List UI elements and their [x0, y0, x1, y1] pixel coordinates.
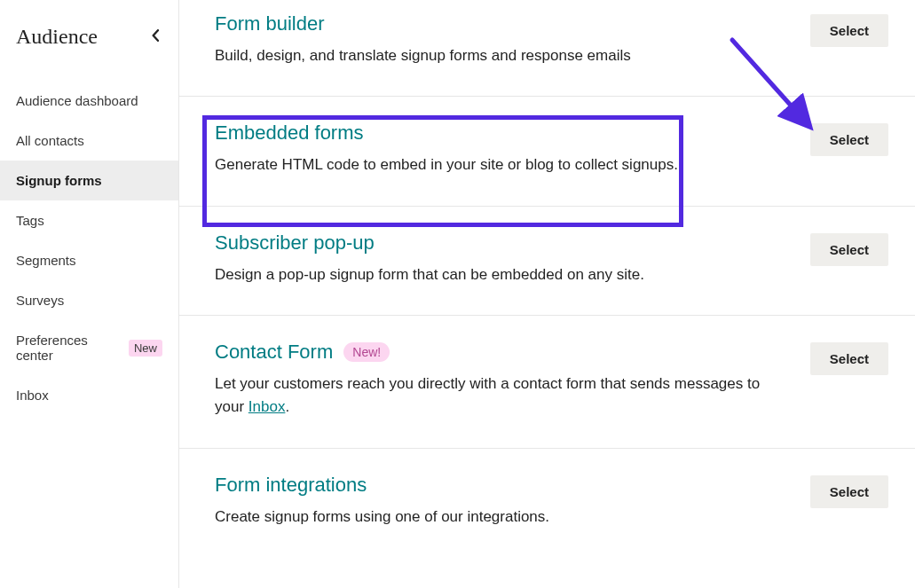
- option-desc: Create signup forms using one of our int…: [215, 506, 765, 529]
- sidebar: Audience Audience dashboard All contacts…: [0, 0, 179, 588]
- sidebar-item-label: Audience dashboard: [16, 93, 138, 108]
- select-button-embedded-forms[interactable]: Select: [810, 123, 888, 156]
- sidebar-item-label: All contacts: [16, 133, 84, 148]
- sidebar-item-preferences-center[interactable]: Preferences center New: [0, 320, 178, 375]
- sidebar-item-tags[interactable]: Tags: [0, 200, 178, 240]
- sidebar-item-label: Inbox: [16, 388, 49, 403]
- option-title-text: Embedded forms: [215, 122, 364, 145]
- sidebar-item-all-contacts[interactable]: All contacts: [0, 121, 178, 161]
- sidebar-item-inbox[interactable]: Inbox: [0, 375, 178, 415]
- option-title-text: Form integrations: [215, 474, 367, 497]
- option-form-builder: Form builder Build, design, and translat…: [179, 0, 915, 97]
- option-embedded-forms: Embedded forms Generate HTML code to emb…: [179, 97, 915, 206]
- main-content: Form builder Build, design, and translat…: [179, 0, 915, 588]
- option-title[interactable]: Contact Form New!: [215, 341, 390, 364]
- collapse-sidebar-button[interactable]: [148, 27, 162, 46]
- sidebar-item-signup-forms[interactable]: Signup forms: [0, 161, 178, 200]
- sidebar-item-label: Tags: [16, 213, 44, 228]
- sidebar-list: Audience dashboard All contacts Signup f…: [0, 81, 178, 415]
- sidebar-item-label: Segments: [16, 253, 76, 268]
- option-contact-form: Contact Form New! Let your customers rea…: [179, 316, 915, 449]
- option-form-integrations: Form integrations Create signup forms us…: [179, 449, 915, 557]
- sidebar-title: Audience: [16, 25, 98, 49]
- option-title[interactable]: Subscriber pop-up: [215, 231, 375, 255]
- option-desc: Build, design, and translate signup form…: [215, 44, 765, 67]
- option-desc: Design a pop-up signup form that can be …: [215, 263, 765, 286]
- sidebar-item-segments[interactable]: Segments: [0, 240, 178, 280]
- inbox-link[interactable]: Inbox: [248, 398, 286, 415]
- sidebar-item-surveys[interactable]: Surveys: [0, 280, 178, 320]
- option-text: Form builder Build, design, and translat…: [215, 12, 765, 67]
- option-desc: Generate HTML code to embed in your site…: [215, 153, 765, 176]
- sidebar-item-audience-dashboard[interactable]: Audience dashboard: [0, 81, 178, 121]
- option-title[interactable]: Form builder: [215, 12, 324, 35]
- option-text: Embedded forms Generate HTML code to emb…: [215, 122, 765, 176]
- option-text: Form integrations Create signup forms us…: [215, 474, 765, 529]
- sidebar-item-label: Signup forms: [16, 173, 102, 188]
- sidebar-item-label: Preferences center: [16, 333, 122, 363]
- option-subscriber-popup: Subscriber pop-up Design a pop-up signup…: [179, 207, 915, 316]
- new-badge: New: [129, 340, 162, 357]
- option-title-text: Contact Form: [215, 341, 333, 364]
- option-text: Contact Form New! Let your customers rea…: [215, 341, 765, 419]
- option-text: Subscriber pop-up Design a pop-up signup…: [215, 231, 765, 286]
- option-desc-pre: Let your customers reach you directly wi…: [215, 375, 760, 415]
- select-button-subscriber-popup[interactable]: Select: [810, 233, 888, 266]
- option-title[interactable]: Form integrations: [215, 474, 367, 497]
- chevron-left-icon: [150, 29, 161, 44]
- new-inline-badge: New!: [343, 342, 390, 362]
- sidebar-item-label: Surveys: [16, 293, 64, 308]
- option-title[interactable]: Embedded forms: [215, 122, 364, 145]
- option-title-text: Subscriber pop-up: [215, 231, 375, 255]
- select-button-form-integrations[interactable]: Select: [810, 475, 888, 508]
- option-title-text: Form builder: [215, 12, 324, 35]
- select-button-form-builder[interactable]: Select: [810, 14, 888, 47]
- option-desc: Let your customers reach you directly wi…: [215, 372, 765, 419]
- select-button-contact-form[interactable]: Select: [810, 342, 888, 375]
- option-desc-post: .: [285, 398, 289, 415]
- sidebar-header: Audience: [0, 25, 178, 65]
